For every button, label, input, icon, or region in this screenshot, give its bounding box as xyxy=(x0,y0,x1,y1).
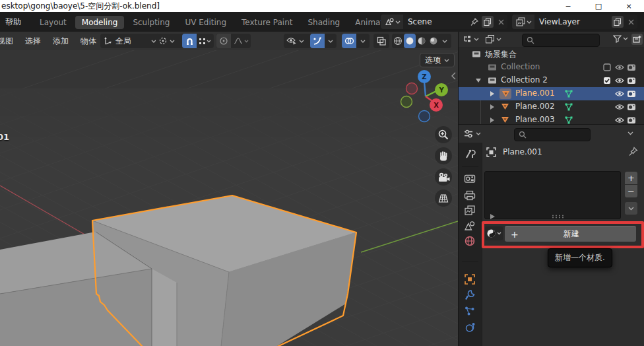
expand-arrow-icon[interactable] xyxy=(490,91,494,96)
material-slot-list[interactable] xyxy=(484,171,621,219)
outliner-row-collection2[interactable]: Collection 2 xyxy=(459,74,644,87)
magnifier-plus-icon xyxy=(437,129,449,141)
outliner-search-input[interactable] xyxy=(522,34,600,47)
gizmo-minus-y[interactable] xyxy=(401,96,412,108)
snap-toggle-magnet[interactable] xyxy=(182,34,197,48)
outliner-row-collection[interactable]: Collection xyxy=(459,61,644,74)
eye-icon[interactable] xyxy=(615,77,624,84)
gizmo-minus-z[interactable] xyxy=(419,111,430,122)
expand-triangle-icon[interactable] xyxy=(476,79,481,83)
slot-specials-dropdown[interactable] xyxy=(625,202,637,215)
tab-scene[interactable] xyxy=(464,221,476,231)
breadcrumb-object-name[interactable]: Plane.001 xyxy=(503,147,542,156)
pan-button[interactable] xyxy=(435,147,452,164)
workspace-tab-layout[interactable]: Layout xyxy=(33,16,73,29)
show-gizmo-toggle[interactable] xyxy=(310,34,325,48)
menu-object[interactable]: 物体 xyxy=(75,34,102,49)
workspace-tab-texture-paint[interactable]: Texture Paint xyxy=(235,16,299,29)
tab-object[interactable] xyxy=(464,273,476,285)
shading-solid-button[interactable] xyxy=(404,34,416,48)
tab-modifiers[interactable] xyxy=(464,289,476,301)
xray-toggle[interactable] xyxy=(373,34,389,48)
options-button[interactable]: 选项 xyxy=(420,53,455,67)
add-slot-button[interactable]: + xyxy=(625,172,637,184)
browse-material-button[interactable] xyxy=(485,226,503,240)
close-button[interactable]: × xyxy=(614,2,644,11)
panel-expand-arrow[interactable] xyxy=(490,214,495,219)
collection-icon xyxy=(488,77,497,85)
zoom-button[interactable] xyxy=(435,126,452,143)
camera-restriction-icon[interactable] xyxy=(627,103,636,111)
unlink-scene-icon[interactable] xyxy=(495,19,507,25)
properties-search-input[interactable] xyxy=(514,128,591,141)
snap-group xyxy=(182,34,214,48)
perspective-toggle-button[interactable] xyxy=(435,190,452,207)
remove-view-layer-icon[interactable] xyxy=(625,19,637,25)
expand-arrow-icon[interactable] xyxy=(490,104,494,110)
workspace-tab-shading[interactable]: Shading xyxy=(301,16,346,29)
properties-options-dropdown[interactable] xyxy=(628,131,633,135)
snap-target-dropdown[interactable] xyxy=(197,34,214,48)
editor-type-dropdown[interactable] xyxy=(463,34,479,44)
outliner-row-plane002[interactable]: Plane.002 xyxy=(459,100,644,114)
workspace-tab-animation[interactable]: Animation xyxy=(348,16,381,29)
remove-slot-button[interactable]: − xyxy=(625,185,637,197)
overlays-dropdown[interactable] xyxy=(356,34,370,48)
properties-editor-type-dropdown[interactable] xyxy=(463,129,481,139)
eye-icon[interactable] xyxy=(615,117,624,123)
tab-view-layer[interactable] xyxy=(464,205,476,216)
menu-help[interactable]: 帮助 xyxy=(5,17,21,28)
tab-world[interactable] xyxy=(464,235,476,247)
camera-restriction-icon[interactable] xyxy=(627,90,636,98)
exclude-checkbox-unchecked[interactable] xyxy=(603,63,611,71)
pin-icon[interactable] xyxy=(470,18,478,26)
eye-icon[interactable] xyxy=(615,64,624,71)
outliner-display-mode-dropdown[interactable] xyxy=(485,34,501,44)
workspace-tab-modeling[interactable]: Modeling xyxy=(75,16,125,29)
camera-restriction-icon[interactable] xyxy=(627,116,636,124)
tab-render[interactable] xyxy=(464,173,476,184)
shading-dropdown[interactable] xyxy=(439,34,450,48)
scene-selector[interactable]: Scene xyxy=(381,15,507,29)
proportional-falloff-dropdown[interactable] xyxy=(231,34,251,48)
transform-orientation-dropdown[interactable]: 全局 xyxy=(100,34,160,48)
outliner-row-plane001[interactable]: Plane.001 xyxy=(459,87,644,100)
gizmo-dropdown[interactable] xyxy=(325,34,337,48)
viewport-3d[interactable]: 01 选项 Z Y X xyxy=(0,50,458,346)
pin-icon[interactable] xyxy=(628,147,638,156)
menu-select[interactable]: 选择 xyxy=(19,34,47,49)
maximize-button[interactable]: □ xyxy=(583,2,614,11)
tab-output[interactable] xyxy=(464,190,476,201)
minimize-button[interactable]: ─ xyxy=(553,2,583,11)
shading-wireframe-button[interactable] xyxy=(392,34,404,48)
show-overlays-toggle[interactable] xyxy=(342,34,356,48)
eye-icon[interactable] xyxy=(615,104,624,110)
camera-view-button[interactable] xyxy=(435,168,452,186)
gizmo-minus-x[interactable] xyxy=(406,83,418,94)
camera-restriction-icon[interactable] xyxy=(627,63,636,71)
new-material-button[interactable]: + 新建 xyxy=(505,226,636,242)
resize-grip[interactable] xyxy=(552,215,566,219)
new-scene-button[interactable] xyxy=(482,16,494,28)
workspace-tab-uv-editing[interactable]: UV Editing xyxy=(178,16,233,29)
exclude-checkbox-checked[interactable] xyxy=(603,77,611,85)
shading-material-button[interactable] xyxy=(416,34,428,48)
menu-view[interactable]: 视图 xyxy=(0,34,19,49)
navigation-gizmo[interactable]: Z Y X xyxy=(395,67,455,127)
workspace-tab-sculpting[interactable]: Sculpting xyxy=(126,16,176,29)
tab-particles[interactable] xyxy=(464,305,476,317)
filter-dropdown[interactable] xyxy=(613,34,628,43)
tab-tool[interactable] xyxy=(464,148,476,160)
shading-rendered-button[interactable] xyxy=(428,34,439,48)
proportional-edit-toggle[interactable] xyxy=(216,34,231,48)
new-collection-button[interactable] xyxy=(631,34,643,45)
new-view-layer-button[interactable] xyxy=(612,16,624,28)
tab-physics[interactable] xyxy=(464,322,476,333)
expand-arrow-icon[interactable] xyxy=(490,118,494,123)
view-layer-selector[interactable]: ViewLayer xyxy=(512,15,637,29)
pivot-point-dropdown[interactable] xyxy=(156,34,185,48)
outliner-row-scene-collection[interactable]: 场景集合 xyxy=(459,48,644,61)
menu-add[interactable]: 添加 xyxy=(47,34,75,49)
eye-icon[interactable] xyxy=(615,90,624,97)
camera-restriction-icon[interactable] xyxy=(627,77,636,85)
